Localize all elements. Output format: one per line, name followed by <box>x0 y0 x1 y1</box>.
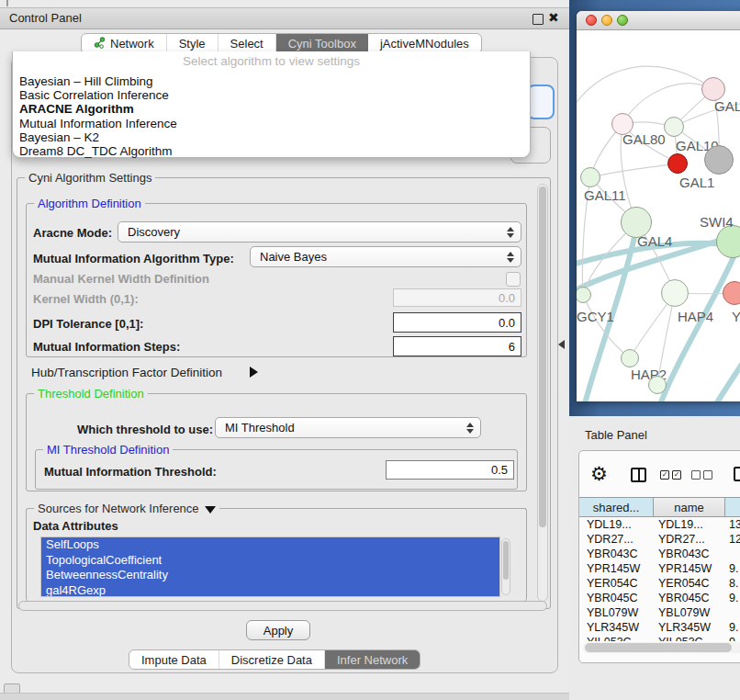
tab-network[interactable]: Network <box>82 34 167 53</box>
algorithm-options-list: Bayesian – Hill ClimbingBasic Correlatio… <box>17 74 526 158</box>
kernel-width-value: 0.0 <box>499 291 515 305</box>
tab-impute-data[interactable]: Impute Data <box>129 650 219 669</box>
unchecked-columns-icon[interactable] <box>703 470 712 480</box>
unchecked-columns-icon[interactable] <box>691 470 701 480</box>
gear-icon[interactable]: ⚙ <box>590 465 608 484</box>
tab-infer-network[interactable]: Infer Network <box>325 650 420 669</box>
settings-vertical-scrollbar[interactable] <box>537 184 548 602</box>
mi-steps-value: 6 <box>509 340 515 354</box>
tab-style[interactable]: Style <box>167 34 219 53</box>
expand-arrow-icon[interactable] <box>250 367 258 378</box>
network-node-y[interactable] <box>723 281 740 305</box>
network-window-titlebar[interactable] <box>577 11 740 30</box>
control-panel-title: Control Panel <box>9 11 82 25</box>
table-row[interactable]: YIL053CYIL053C9. <box>579 635 740 641</box>
network-node[interactable] <box>648 376 667 394</box>
mi-steps-field[interactable]: 6 <box>393 336 521 356</box>
table-cell: YIL053C <box>579 635 654 641</box>
kernel-width-field[interactable]: 0.0 <box>393 288 521 307</box>
checked-columns-icon[interactable]: ✓ <box>672 470 681 480</box>
data-attribute-item[interactable]: BetweennessCentrality <box>41 568 499 583</box>
table-rows[interactable]: YDL19...YDL19...13YDR27...YDR27...12YBR0… <box>579 517 740 641</box>
data-attributes-list[interactable]: SelfLoopsTopologicalCoefficientBetweenne… <box>40 536 500 597</box>
network-icon <box>94 37 106 51</box>
data-attribute-item[interactable]: TopologicalCoefficient <box>41 553 499 569</box>
settings-scrollbar-thumb[interactable] <box>539 186 546 527</box>
aracne-mode-select[interactable]: Discovery <box>118 221 521 243</box>
manual-kernel-width-checkbox[interactable] <box>506 272 521 287</box>
tab-discretize-data[interactable]: Discretize Data <box>219 650 325 669</box>
checked-columns-icon[interactable]: ✓ <box>660 470 669 480</box>
node-label-gal: GAL <box>714 98 740 114</box>
collapse-arrow-icon[interactable] <box>205 506 216 514</box>
data-attribute-item[interactable]: SelfLoops <box>41 537 499 553</box>
table-panel-window: ⚙ ✓ ✓ shared... name YDL19...YDL19...13Y… <box>578 450 740 663</box>
algorithm-option[interactable]: Mutual Information Inference <box>17 117 526 130</box>
table-panel-title: Table Panel <box>585 428 647 442</box>
table-cell: 8. <box>725 576 740 591</box>
float-panel-icon[interactable] <box>533 14 544 25</box>
network-node-gal1[interactable] <box>667 153 688 174</box>
table-cell: 9. <box>725 561 740 576</box>
column-partial-icon[interactable] <box>734 467 740 481</box>
minimize-traffic-light[interactable] <box>601 15 612 26</box>
apply-button[interactable]: Apply <box>246 620 310 640</box>
data-attribute-item[interactable]: gal4RGexp <box>41 583 499 598</box>
node-label-gal4: GAL4 <box>637 233 672 249</box>
network-node-gal10[interactable] <box>664 117 684 137</box>
mi-threshold-field[interactable]: 0.5 <box>386 460 514 480</box>
hub-tf-definition-label[interactable]: Hub/Transcription Factor Definition <box>31 366 222 379</box>
algorithm-option[interactable]: Dream8 DC_TDC Algorithm <box>17 144 526 158</box>
table-header: shared... name <box>579 497 740 517</box>
table-row[interactable]: YBR045CYBR045C9. <box>579 591 740 605</box>
column-header-shared-name[interactable]: shared... <box>579 498 654 516</box>
table-cell: YBL079W <box>654 605 725 620</box>
tab-jactivemnodules-label: jActiveMNodules <box>380 37 469 51</box>
network-node-gal11[interactable] <box>580 167 600 187</box>
network-node[interactable] <box>704 145 734 175</box>
close-traffic-light[interactable] <box>586 15 597 26</box>
column-header-partial[interactable] <box>725 498 740 516</box>
which-threshold-select[interactable]: MI Threshold <box>215 417 481 438</box>
network-node-hap2[interactable] <box>621 349 639 367</box>
algorithm-option[interactable]: Bayesian – Hill Climbing <box>17 74 526 88</box>
table-row[interactable]: YLR345WYLR345W9. <box>579 620 740 635</box>
tab-select[interactable]: Select <box>219 34 276 53</box>
node-label-gal1: GAL1 <box>679 175 714 190</box>
control-panel-titlebar[interactable]: Control Panel ✖ <box>0 7 569 29</box>
panel-collapse-arrow-icon[interactable] <box>558 340 565 349</box>
dpi-tolerance-field[interactable]: 0.0 <box>393 312 521 333</box>
attributes-list-scrollbar[interactable] <box>501 538 510 595</box>
table-row[interactable]: YPR145WYPR145W9. <box>579 561 740 576</box>
focused-combo-fragment[interactable] <box>527 85 555 119</box>
algorithm-option[interactable]: Basic Correlation Inference <box>17 88 526 102</box>
table-cell: YBR045C <box>579 591 654 605</box>
settings-horizontal-scrollbar[interactable] <box>18 601 547 611</box>
table-horizontal-scrollbar[interactable] <box>583 642 740 653</box>
mi-algorithm-type-select[interactable]: Naive Bayes <box>250 246 521 267</box>
network-window[interactable]: GALGAL80GAL10GAL1GAL11GAL4SWI4GCY1HAP4YH… <box>577 11 740 401</box>
algorithm-option[interactable]: Bayesian – K2 <box>17 130 526 144</box>
attributes-scrollbar-thumb[interactable] <box>503 541 509 580</box>
algorithm-option[interactable]: ARACNE Algorithm <box>17 102 526 116</box>
close-icon[interactable]: ✖ <box>548 10 559 25</box>
zoom-traffic-light[interactable] <box>617 15 628 26</box>
table-row[interactable]: YDR27...YDR27...12 <box>579 532 740 547</box>
table-row[interactable]: YDL19...YDL19...13 <box>579 517 740 532</box>
aracne-mode-label: Aracne Mode: <box>33 226 112 240</box>
column-header-name[interactable]: name <box>654 498 725 516</box>
network-canvas[interactable]: GALGAL80GAL10GAL1GAL11GAL4SWI4GCY1HAP4YH… <box>577 30 740 401</box>
table-cell: YBR043C <box>579 547 654 561</box>
split-columns-icon[interactable] <box>631 468 646 482</box>
top-edge-mark <box>6 0 8 6</box>
mi-algorithm-type-label: Mutual Information Algorithm Type: <box>33 252 234 265</box>
network-node-hap4[interactable] <box>661 279 689 307</box>
table-scrollbar-thumb[interactable] <box>585 643 732 652</box>
tab-cyni-toolbox[interactable]: Cyni Toolbox <box>276 34 368 53</box>
tab-jactivemnodules[interactable]: jActiveMNodules <box>368 34 481 53</box>
node-label-gal11: GAL11 <box>584 187 626 203</box>
algorithm-definition-title: Algorithm Definition <box>34 197 145 210</box>
table-row[interactable]: YER054CYER054C8. <box>579 576 740 591</box>
table-row[interactable]: YBR043CYBR043C <box>579 547 740 561</box>
table-row[interactable]: YBL079WYBL079W <box>579 605 740 620</box>
